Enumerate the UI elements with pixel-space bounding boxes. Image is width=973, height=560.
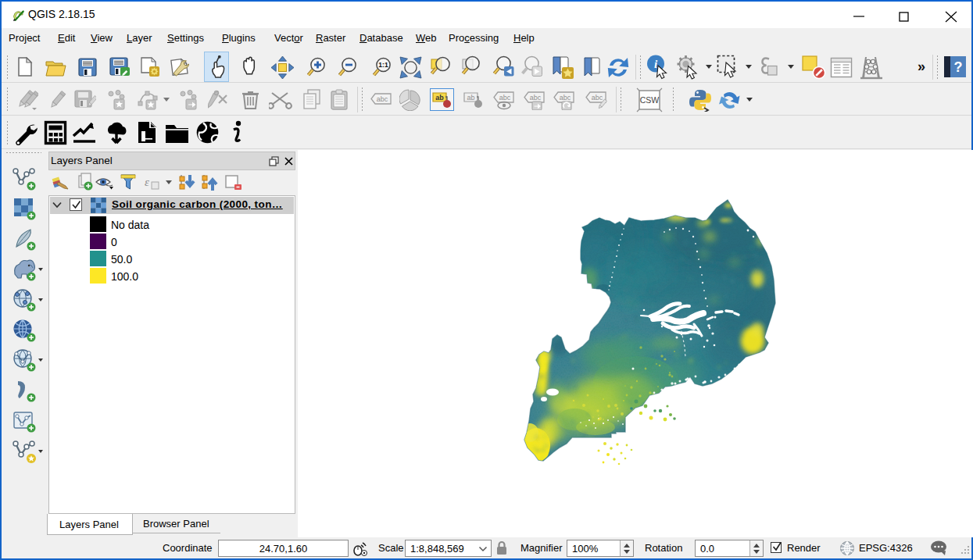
svg-text:CSW: CSW	[640, 95, 660, 105]
svg-text:abc: abc	[560, 94, 571, 102]
svg-text:abc: abc	[592, 94, 603, 102]
svg-text:ab: ab	[435, 94, 444, 102]
svg-text:abc: abc	[499, 94, 511, 102]
svg-text:ab: ab	[467, 94, 474, 102]
svg-text:?: ?	[954, 59, 963, 75]
svg-text:ε: ε	[145, 176, 149, 188]
svg-text:1:1: 1:1	[378, 61, 388, 69]
svg-text:abc: abc	[530, 94, 542, 102]
svg-text:abc: abc	[377, 95, 388, 103]
